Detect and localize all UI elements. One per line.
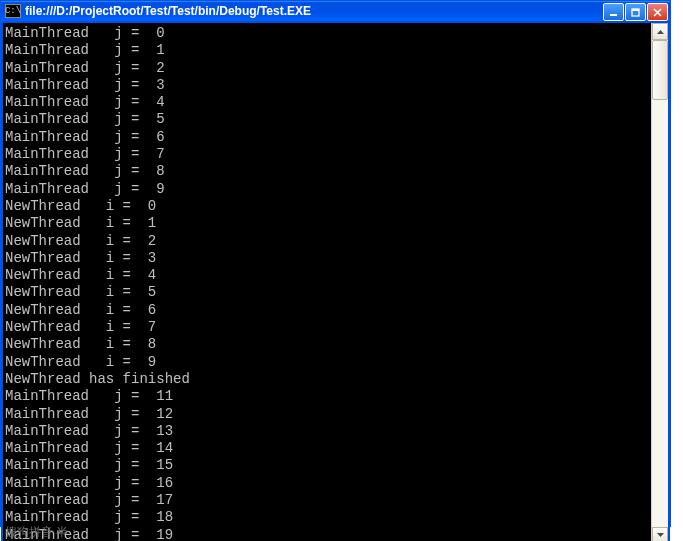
scroll-track[interactable]: [652, 40, 668, 527]
console-output[interactable]: MainThread j = 0 MainThread j = 1 MainTh…: [3, 23, 651, 541]
window-title: file:///D:/ProjectRoot/Test/Test/bin/Deb…: [25, 4, 602, 18]
ime-status: 搜狗拼音 半：: [5, 524, 80, 541]
client-area: MainThread j = 0 MainThread j = 1 MainTh…: [1, 21, 670, 541]
vertical-scrollbar[interactable]: [651, 23, 668, 541]
scroll-thumb[interactable]: [652, 40, 668, 100]
svg-rect-2: [632, 9, 639, 11]
close-icon: [653, 8, 662, 17]
maximize-icon: [631, 8, 640, 17]
chevron-down-icon: [657, 533, 664, 537]
app-icon: C:\: [5, 4, 21, 18]
chevron-up-icon: [657, 30, 664, 34]
titlebar[interactable]: C:\ file:///D:/ProjectRoot/Test/Test/bin…: [1, 1, 670, 21]
window-buttons: [602, 1, 670, 21]
close-button[interactable]: [647, 3, 668, 21]
minimize-icon: [609, 8, 618, 17]
minimize-button[interactable]: [603, 3, 624, 21]
scroll-up-button[interactable]: [652, 23, 668, 40]
maximize-button[interactable]: [625, 3, 646, 21]
console-window: C:\ file:///D:/ProjectRoot/Test/Test/bin…: [0, 0, 671, 527]
svg-rect-0: [610, 14, 617, 16]
scroll-down-button[interactable]: [652, 527, 668, 541]
